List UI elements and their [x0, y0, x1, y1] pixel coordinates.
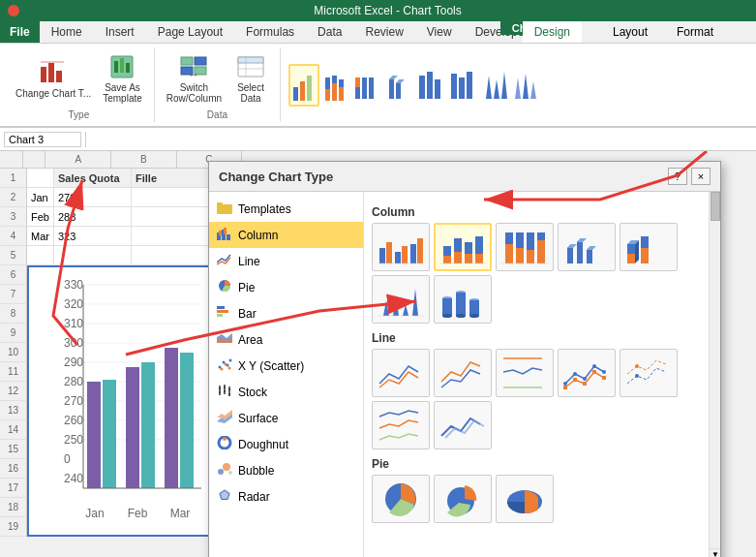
chart-type-bubble[interactable]: Bubble	[209, 457, 363, 483]
100-stacked-markers-subtype[interactable]	[372, 401, 430, 449]
dialog-close-btn[interactable]: ×	[691, 168, 711, 185]
scrollbar[interactable]: ▼	[709, 192, 720, 557]
chart-type-surface[interactable]: Surface	[209, 405, 363, 431]
dialog-controls: ? ×	[668, 168, 711, 185]
area-chart-icon	[217, 331, 232, 348]
svg-rect-21	[325, 89, 330, 101]
line-subtype-grid	[372, 349, 699, 449]
cell-b4[interactable]: 323	[54, 227, 132, 246]
chart-type-area[interactable]: Area	[209, 326, 363, 353]
svg-rect-152	[627, 244, 635, 254]
svg-rect-19	[307, 76, 312, 101]
svg-text:260: 260	[64, 414, 83, 427]
3d-pie-subtype[interactable]	[496, 475, 554, 523]
chart-type-radar[interactable]: Radar	[209, 483, 363, 510]
folder-icon	[217, 201, 232, 217]
svg-rect-141	[537, 240, 545, 263]
3d-stacked-column-subtype[interactable]	[620, 223, 678, 271]
dialog-body: Templates Column	[209, 192, 720, 557]
stacked-line-subtype[interactable]	[434, 349, 492, 397]
review-tab[interactable]: Review	[353, 21, 414, 43]
data-tab[interactable]: Data	[306, 21, 353, 43]
stacked-line-markers-subtype[interactable]	[620, 349, 678, 397]
svg-rect-84	[219, 231, 222, 235]
stacked-column-subtype[interactable]	[434, 223, 492, 271]
change-chart-type-dialog: Change Chart Type ? × Templates	[208, 161, 721, 557]
svg-rect-147	[577, 242, 583, 263]
line-markers-subtype[interactable]	[558, 349, 616, 397]
cell-c4[interactable]	[132, 227, 209, 246]
insert-tab[interactable]: Insert	[94, 21, 146, 43]
chart-type-pie[interactable]: Pie	[209, 274, 363, 300]
chart-type-doughnut-label: Doughnut	[238, 438, 288, 451]
svg-rect-5	[114, 61, 118, 73]
chart-type-doughnut[interactable]: Doughnut	[209, 431, 363, 457]
file-tab[interactable]: File	[0, 21, 40, 43]
svg-point-95	[229, 359, 232, 362]
svg-rect-70	[126, 367, 139, 488]
svg-rect-72	[165, 348, 178, 488]
svg-rect-73	[180, 353, 194, 488]
name-box[interactable]	[4, 132, 81, 147]
svg-point-97	[225, 363, 227, 366]
cell-c1[interactable]: Fille	[132, 169, 209, 188]
cell-c2[interactable]	[132, 188, 209, 207]
3d-clustered-column-subtype[interactable]	[558, 223, 616, 271]
cell-c3[interactable]	[132, 207, 209, 227]
svg-rect-157	[641, 248, 649, 263]
chart-type-stock[interactable]: Stock	[209, 379, 363, 405]
chart-type-column[interactable]: Column	[209, 222, 363, 248]
page-layout-tab[interactable]: Page Layout	[146, 21, 234, 43]
cylinder-column-subtype[interactable]	[434, 275, 492, 324]
scrollbar-thumb[interactable]	[711, 192, 720, 221]
svg-marker-35	[396, 79, 405, 83]
cell-b1[interactable]: Sales Quota	[54, 169, 132, 188]
table-row: 3 Feb 288	[0, 207, 242, 227]
chart-type-scatter[interactable]: X Y (Scatter)	[209, 353, 363, 379]
100-stacked-line-subtype[interactable]	[496, 349, 554, 397]
svg-rect-132	[475, 254, 483, 263]
embedded-chart[interactable]: 330 320 310 300 290 280 270 260 250 0 24…	[27, 265, 211, 537]
svg-rect-126	[443, 256, 451, 263]
cell-b2[interactable]: 270	[54, 188, 132, 207]
chart-type-line[interactable]: Line	[209, 248, 363, 274]
svg-point-113	[223, 463, 230, 471]
chart-type-bar[interactable]: Bar	[209, 300, 363, 326]
line-subtype[interactable]	[372, 349, 430, 397]
chart-type-surface-label: Surface	[238, 412, 278, 425]
clustered-column-subtype[interactable]	[372, 223, 430, 271]
cell-a1[interactable]	[27, 169, 54, 188]
formula-input[interactable]	[90, 134, 752, 145]
svg-rect-135	[505, 244, 513, 263]
layout-tab[interactable]: Layout	[601, 21, 659, 43]
svg-rect-79	[217, 204, 232, 214]
3d-line-subtype[interactable]	[434, 401, 492, 449]
save-as-template-btn[interactable]: Save AsTemplate	[99, 49, 146, 106]
view-tab[interactable]: View	[415, 21, 464, 43]
pie-subtype[interactable]	[372, 475, 430, 523]
format-tab[interactable]: Format	[665, 21, 725, 43]
svg-point-176	[602, 370, 606, 374]
100-stacked-column-subtype[interactable]	[496, 223, 554, 271]
svg-rect-121	[402, 246, 408, 263]
pyramid-column-subtype[interactable]	[372, 275, 430, 324]
cell-a2[interactable]: Jan	[27, 188, 54, 207]
formulas-tab[interactable]: Formulas	[234, 21, 306, 43]
cell-a4[interactable]: Mar	[27, 227, 54, 246]
change-chart-type-btn[interactable]: Change Chart T...	[12, 55, 95, 101]
chart-type-templates[interactable]: Templates	[209, 196, 363, 222]
select-data-btn[interactable]: SelectData	[229, 49, 272, 106]
svg-rect-140	[537, 232, 545, 240]
svg-rect-18	[300, 81, 305, 101]
home-tab[interactable]: Home	[40, 21, 94, 43]
svg-marker-47	[530, 81, 536, 99]
dialog-help-btn[interactable]: ?	[668, 168, 687, 185]
design-tab[interactable]: Design	[523, 19, 582, 43]
switch-row-column-btn[interactable]: ↔ SwitchRow/Column	[163, 49, 226, 106]
cell-b3[interactable]: 288	[54, 207, 132, 227]
exploded-pie-subtype[interactable]	[434, 475, 492, 523]
cell-a3[interactable]: Feb	[27, 207, 54, 227]
svg-rect-83	[227, 234, 230, 240]
scroll-down-btn[interactable]: ▼	[710, 548, 720, 557]
chart-subtypes-panel: ▼ Column	[364, 192, 720, 557]
